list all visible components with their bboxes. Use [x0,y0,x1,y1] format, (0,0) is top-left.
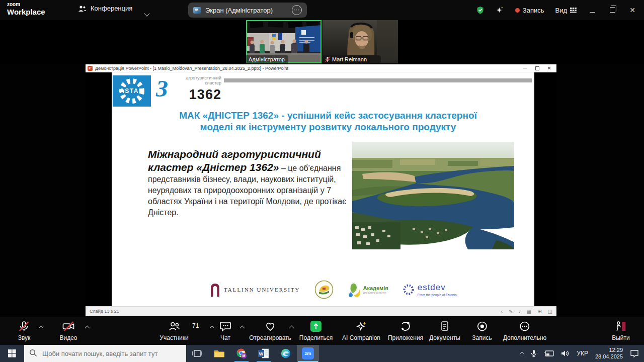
word-button[interactable]: W [253,345,275,362]
word-icon: W [258,348,269,358]
zoom-app-button[interactable]: zm [297,345,319,362]
participants-options-chevron[interactable] [210,323,214,332]
more-button[interactable]: Дополнительно [503,320,546,341]
cluster-1362-logo: З агротуристичний кластер 1362 [156,75,221,103]
chat-label: Чат [220,334,230,341]
heart-icon [264,320,276,332]
slide-body-text: Міжнародний агротуристичний кластер «Дні… [148,148,349,218]
powerpoint-statusbar: Слайд 13 з 21 ‹ ✎ › ▦ ⊞ ◫ [86,306,556,316]
view-button[interactable]: Вид [555,7,577,14]
ai-companion-label: AI Companion [342,334,380,341]
video-muted-icon [62,320,75,332]
brand-workplace: Workplace [7,8,45,16]
ppt-restore-button[interactable] [535,66,539,70]
powerpoint-titlebar[interactable]: P Демонстрація PowerPoint - [1 Maslo_Mol… [86,64,556,72]
video-options-chevron[interactable] [86,323,89,332]
react-options-chevron[interactable] [290,323,293,332]
slide-title-line1: МАК «ДНІСТЕР 1362» - успішний кейс засто… [140,110,516,121]
share-screen-button[interactable]: Поделиться [299,320,333,341]
annotation-pen-icon[interactable]: ✎ [509,309,513,314]
recording-indicator[interactable]: Запись [515,7,544,14]
video-tile-administrator[interactable]: Адміністратор [246,20,321,63]
react-label: Отреагировать [249,334,291,341]
estdev-sublabel: From the people of Estonia [418,293,457,297]
leave-button[interactable]: Выйти [612,320,630,341]
cluster-emblem-icon [314,280,334,299]
language-indicator[interactable]: УКР [577,350,588,357]
slideshow-stage: ASTAR З агротуристичний кластер 1362 МАК… [86,72,556,306]
task-view-button[interactable] [186,345,208,362]
restore-button[interactable] [608,6,617,14]
close-button[interactable]: ✕ [628,6,637,14]
chat-icon [219,320,231,332]
astar-logo: ASTAR [113,75,151,107]
task-view-icon [192,349,202,358]
ppt-minimize-button[interactable] [523,68,527,68]
audio-button[interactable]: Звук [18,320,31,341]
windows-taskbar: M W [0,345,644,362]
cluster-word-2: кластер [170,80,221,85]
chevron-down-icon[interactable] [145,9,149,18]
apps-button[interactable]: Приложения [388,320,423,341]
ai-sparkle-icon[interactable] [495,6,504,15]
security-shield-icon[interactable] [476,6,484,14]
minimize-button[interactable] [588,6,597,14]
video-thumbnails-strip: Адміністратор [0,20,644,64]
documents-label: Документы [429,334,460,341]
powerpoint-app-icon: P [88,66,93,71]
video-button[interactable]: Видео [59,320,77,341]
meeting-toolbar: Звук Видео Учас [0,317,644,345]
tab-meeting[interactable]: Конференция [78,5,132,12]
previous-slide-button[interactable]: ‹ [501,309,503,314]
participants-label: Участники [159,334,188,341]
ai-companion-button[interactable]: AI Companion [342,320,380,341]
display-settings-icon[interactable]: ◫ [548,309,552,314]
cluster-number: 1362 [170,87,221,103]
share-screen-label: Поделиться [299,334,333,341]
tray-volume-icon[interactable] [561,350,570,357]
mic-muted-icon [325,56,330,62]
tray-cast-icon[interactable] [544,350,554,357]
mic-muted-icon [18,320,30,332]
audio-options-chevron[interactable] [39,323,43,332]
chat-button[interactable]: Чат [219,320,231,341]
record-label: Запись [472,334,492,341]
folder-icon [214,349,225,358]
svg-text:M: M [243,354,246,357]
participant-name: Mart Reimann [332,56,367,62]
chrome-button[interactable]: M [230,345,253,362]
react-button[interactable]: Отреагировать [249,320,291,341]
audio-label: Звук [18,334,31,341]
share-screen-icon [310,321,321,332]
participant-name-badge: Адміністратор [246,55,288,63]
tab-meeting-label: Конференция [91,5,132,12]
zoom-workplace-window: zoom Workplace Конференция Экран (Адміні… [0,0,644,362]
search-input[interactable] [41,349,179,358]
documents-button[interactable]: Документы [429,320,460,341]
ai-companion-icon [355,320,367,332]
ppt-close-button[interactable]: ✕ [547,66,551,71]
taskbar-clock[interactable]: 12:29 28.04.2025 [595,347,623,360]
tray-expand-chevron[interactable] [520,349,524,358]
start-button[interactable] [0,345,24,362]
powerpoint-window: P Демонстрація PowerPoint - [1 Maslo_Mol… [86,64,556,316]
taskbar-search[interactable] [24,345,186,362]
video-tile-mart-reimann[interactable]: Mart Reimann [323,20,398,63]
next-slide-button[interactable]: › [519,309,520,314]
all-slides-icon[interactable]: ▦ [527,309,531,314]
svg-text:W: W [259,351,264,356]
tray-mic-icon[interactable] [531,349,537,357]
participants-button[interactable]: Участники [159,320,188,341]
tab-more-icon[interactable]: ⋯ [292,5,302,15]
slide-counter: Слайд 13 з 21 [90,309,119,314]
zoom-slide-icon[interactable]: ⊞ [537,309,541,314]
chat-options-chevron[interactable] [240,323,244,332]
edge-button[interactable] [275,345,297,362]
powerpoint-window-title: Демонстрація PowerPoint - [1 Maslo_Moldo… [95,66,288,71]
tab-shared-screen[interactable]: Экран (Адміністратор) ⋯ [188,3,307,18]
record-button[interactable]: Запись [472,320,492,341]
video-label: Видео [59,334,77,341]
action-center-icon[interactable] [630,349,639,357]
leave-meeting-icon [614,320,627,332]
file-explorer-button[interactable] [208,345,230,362]
